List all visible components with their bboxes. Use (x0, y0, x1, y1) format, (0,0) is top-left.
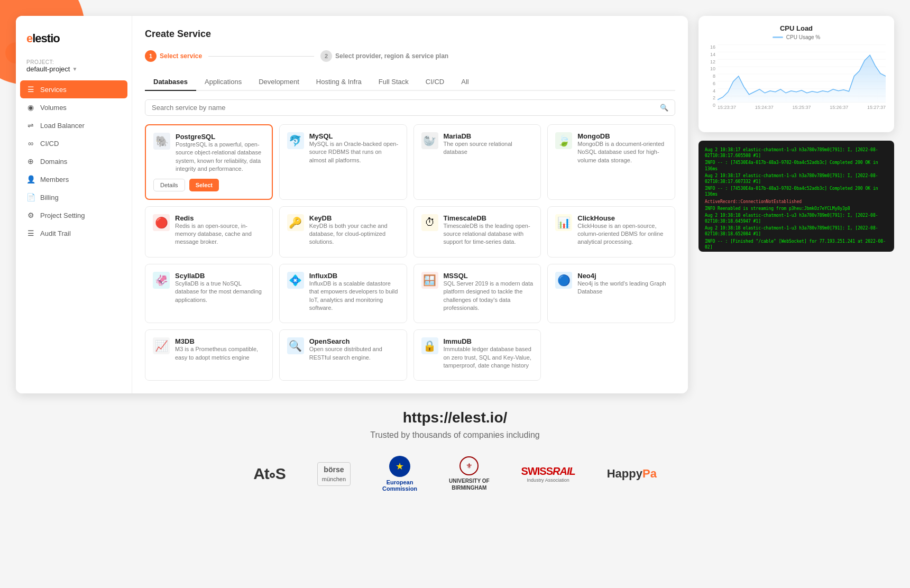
cpu-chart-svg (718, 44, 886, 103)
service-actions: Details Select (153, 179, 264, 191)
tab-cicd[interactable]: CI/CD (417, 74, 453, 91)
bottom-section: https://elest.io/ Trusted by thousands o… (0, 393, 910, 502)
tab-all[interactable]: All (453, 74, 477, 91)
main-content: Create Service 1 Select service 2 Select… (132, 16, 688, 393)
tab-development[interactable]: Development (250, 74, 308, 91)
sidebar-item-project-setting[interactable]: ⚙ Project Setting (16, 206, 132, 224)
project-name[interactable]: default-project ▼ (26, 65, 121, 73)
card-header: 🐘 PostgreSQL PostgreSQL is a powerful, o… (153, 133, 264, 173)
terminal-line: Aug 2 10:38:18 elastic-chatmont-1-u3 h3a… (705, 251, 888, 252)
sidebar-item-members[interactable]: 👤 Members (16, 170, 132, 188)
tab-applications[interactable]: Applications (196, 74, 250, 91)
page-title: Create Service (145, 29, 675, 40)
service-desc: ScyllaDB is a true NoSQL database for th… (175, 280, 265, 304)
service-card-mysql[interactable]: 🐬 MySQL MySQL is an Oracle-backed open-s… (279, 124, 407, 200)
service-name: Neo4j (577, 272, 667, 280)
service-desc: PostgreSQL is a powerful, open-source ob… (176, 141, 264, 173)
service-card-mssql[interactable]: 🪟 MSSQL SQL Server 2019 is a modern data… (413, 264, 541, 324)
service-card-scylladb[interactable]: 🦑 ScyllaDB ScyllaDB is a true NoSQL data… (145, 264, 273, 324)
step-1: 1 Select service (145, 50, 202, 62)
service-card-neo4j[interactable]: 🔵 Neo4j Neo4j is the world's leading Gra… (547, 264, 675, 324)
service-card-mariadb[interactable]: 🦭 MariaDB The open source relational dat… (413, 124, 541, 200)
sidebar-item-cicd[interactable]: ∞ CI/CD (16, 134, 132, 152)
project-section: PROJECT: default-project ▼ (16, 56, 132, 80)
service-card-opensearch[interactable]: 🔍 OpenSearch Open source distributed and… (279, 329, 407, 381)
scylladb-logo: 🦑 (153, 272, 170, 289)
card-header: 🦑 ScyllaDB ScyllaDB is a true NoSQL data… (153, 272, 265, 304)
sidebar-item-audit-trail[interactable]: ☰ Audit Trail (16, 224, 132, 242)
logo-text: elestio (26, 32, 60, 45)
service-desc: SQL Server 2019 is a modern data platfor… (444, 280, 534, 313)
sidebar-item-domains[interactable]: ⊕ Domains (16, 152, 132, 170)
service-card-timescaledb[interactable]: ⏱ TimescaleDB TimescaleDB is the leading… (413, 206, 541, 258)
opensearch-logo: 🔍 (287, 337, 304, 354)
terminal-line: Aug 2 10:38:17 elastic-chatmont-1-u3 h3a… (705, 147, 888, 159)
logo-rest: lestio (32, 32, 59, 45)
card-header: ⏱ TimescaleDB TimescaleDB is the leading… (421, 214, 534, 246)
logo: elestio (16, 26, 132, 56)
card-header: 💠 InfluxDB InfluxDB is a scalable datast… (287, 272, 399, 313)
terminal-line: INFO Reenabled is streaming from p3heu:J… (705, 206, 888, 212)
audit-trail-icon: ☰ (26, 229, 35, 237)
volumes-icon: ◉ (26, 103, 35, 112)
european-commission-logo: ★ EuropeanCommission (382, 456, 417, 492)
logo-e: e (26, 32, 32, 45)
terminal-line: ActiveRecord::ConnectionNotEstablished (705, 199, 888, 205)
search-icon: 🔍 (660, 104, 668, 112)
card-header: 🦭 MariaDB The open source relational dat… (421, 132, 534, 157)
terminal-line: Aug 2 10:38:18 elastic-chatmont-1-u3 h3a… (705, 225, 888, 237)
timescaledb-logo: ⏱ (421, 214, 438, 231)
postgresql-logo: 🐘 (153, 133, 170, 150)
service-card-redis[interactable]: 🔴 Redis Redis is an open-source, in-memo… (145, 206, 273, 258)
tab-databases[interactable]: Databases (145, 74, 196, 91)
service-name: TimescaleDB (444, 214, 534, 222)
service-name: ImmuDB (444, 337, 534, 345)
service-card-postgresql[interactable]: 🐘 PostgreSQL PostgreSQL is a powerful, o… (145, 124, 273, 200)
terminal-line: INFO -- : [74530E4a-017b-48a3-9702-0ba4c… (705, 186, 888, 197)
service-card-mongodb[interactable]: 🍃 MongoDB MongoDB is a document-oriented… (547, 124, 675, 200)
service-name: MSSQL (444, 272, 534, 280)
terminal-line: INFO -- : [Finished "/cable" [WebSocket]… (705, 238, 888, 250)
sidebar-item-services[interactable]: ☰ Services (20, 80, 127, 98)
service-desc: MongoDB is a document-oriented NoSQL dat… (577, 140, 667, 164)
tab-hosting-infra[interactable]: Hosting & Infra (308, 74, 370, 91)
terminal-line: Aug 2 10:38:18 elastic-chatmont-1-u3 h3a… (705, 213, 888, 224)
service-desc: M3 is a Prometheus compatible, easy to a… (175, 345, 265, 362)
service-card-keydb[interactable]: 🔑 KeyDB KeyDB is both your cache and dat… (279, 206, 407, 258)
card-header: 🪟 MSSQL SQL Server 2019 is a modern data… (421, 272, 534, 313)
project-label: PROJECT: (26, 59, 121, 65)
card-header: 🐬 MySQL MySQL is an Oracle-backed open-s… (287, 132, 399, 164)
service-name: PostgreSQL (176, 133, 264, 141)
card-header: 🔍 OpenSearch Open source distributed and… (287, 337, 399, 362)
borse-munchen-logo: börse münchen (317, 462, 351, 486)
service-card-immudb[interactable]: 🔒 ImmuDB Immutable ledger database based… (413, 329, 541, 381)
tab-full-stack[interactable]: Full Stack (370, 74, 417, 91)
details-button[interactable]: Details (153, 179, 185, 191)
company-logos: AtS börse münchen ★ EuropeanCommission ⚜… (11, 456, 899, 492)
sidebar-item-billing[interactable]: 📄 Billing (16, 188, 132, 206)
step-2-number: 2 (320, 50, 332, 62)
chart-x-labels: 15:23:37 15:24:37 15:25:37 15:26:37 15:2… (718, 105, 886, 110)
project-dropdown-arrow: ▼ (72, 66, 77, 72)
service-card-clickhouse[interactable]: 📊 ClickHouse ClickHouse is an open-sourc… (547, 206, 675, 258)
service-desc: MySQL is an Oracle-backed open-source RD… (309, 140, 399, 164)
step-1-label: Select service (160, 52, 202, 60)
search-input[interactable] (152, 104, 656, 112)
legend-label: CPU Usage % (786, 34, 820, 40)
select-button[interactable]: Select (189, 179, 219, 191)
terminal-log: Aug 2 10:38:17 elastic-chatmont-1-u3 h3a… (698, 141, 894, 252)
service-card-m3db[interactable]: 📈 M3DB M3 is a Prometheus compatible, ea… (145, 329, 273, 381)
project-setting-icon: ⚙ (26, 211, 35, 219)
sidebar-item-load-balancer[interactable]: ⇌ Load Balancer (16, 116, 132, 134)
terminal-line: Aug 2 10:38:17 elastic-chatmont-1-u3 h3a… (705, 173, 888, 185)
sidebar-item-volumes[interactable]: ◉ Volumes (16, 98, 132, 116)
steps-indicator: 1 Select service 2 Select provider, regi… (145, 50, 675, 62)
members-icon: 👤 (26, 175, 35, 183)
service-card-influxdb[interactable]: 💠 InfluxDB InfluxDB is a scalable datast… (279, 264, 407, 324)
card-header: 📊 ClickHouse ClickHouse is an open-sourc… (555, 214, 667, 246)
service-desc: Open source distributed and RESTful sear… (309, 345, 399, 362)
service-desc: Neo4j is the world's leading Graph Datab… (577, 280, 667, 296)
step-2: 2 Select provider, region & service plan (320, 50, 448, 62)
legend-color (773, 36, 783, 38)
service-name: OpenSearch (309, 337, 399, 345)
